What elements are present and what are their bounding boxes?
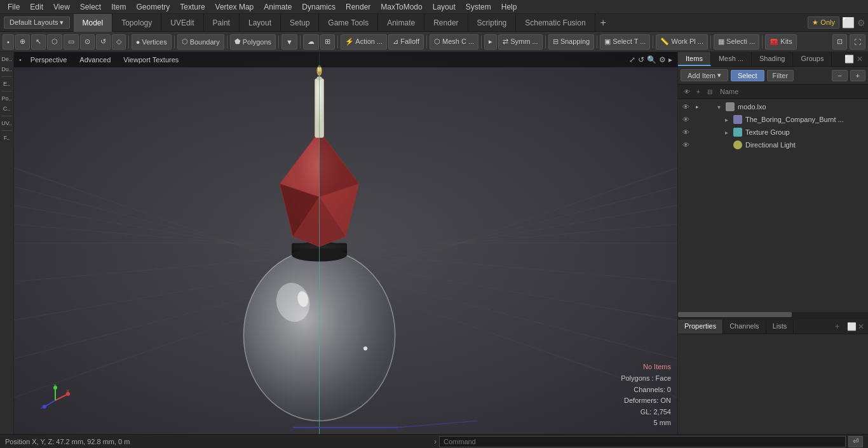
items-select-button[interactable]: Select [731, 70, 764, 81]
tree-item-mesh[interactable]: 👁 ▸ The_Boring_Company_Burnt ... [678, 113, 868, 126]
tool-boundary[interactable]: ⬡ Boundary [177, 34, 224, 50]
left-btn-e[interactable]: E.. [1, 79, 13, 88]
tool-arrow[interactable]: ↖ [31, 34, 46, 50]
left-btn-du[interactable]: Du.. [1, 65, 13, 74]
menu-edit[interactable]: Edit [25, 1, 48, 13]
tool-diamond[interactable]: ◇ [112, 34, 126, 50]
tool-selecti[interactable]: ▦ Selecti ... [714, 34, 759, 50]
tool-work-pl[interactable]: 📏 Work Pl ... [656, 34, 708, 50]
viewport-textures[interactable]: Viewport Textures [119, 55, 182, 65]
layout-tab-layout[interactable]: Layout [240, 14, 281, 32]
viewport-area[interactable]: • Perspective Advanced Viewport Textures… [14, 52, 677, 434]
items-minus-button[interactable]: − [832, 70, 847, 81]
tool-circle-cross[interactable]: ⊕ [15, 34, 30, 50]
panel-expand-icon[interactable]: ⬜ [844, 55, 854, 64]
menu-animate[interactable]: Animate [259, 1, 297, 13]
tool-mesh-c[interactable]: ⬡ Mesh C ... [430, 34, 478, 50]
items-plus-button[interactable]: + [850, 70, 865, 81]
items-scrollbar-thumb[interactable] [678, 312, 792, 317]
left-btn-po[interactable]: Po.. [1, 94, 13, 103]
tool-fullscreen[interactable]: ⛶ [850, 34, 865, 50]
vp-reset-icon[interactable]: ↺ [638, 55, 644, 64]
left-btn-c[interactable]: C.. [1, 104, 13, 113]
props-close-icon[interactable]: ✕ [858, 322, 864, 331]
layout-tab-setup[interactable]: Setup [281, 14, 319, 32]
props-tab-channels[interactable]: Channels [723, 320, 766, 334]
panel-tab-shading[interactable]: Shading [752, 52, 793, 66]
vp-expand-icon[interactable]: ▸ [668, 55, 672, 64]
menu-select[interactable]: Select [75, 1, 106, 13]
layout-tab-animate[interactable]: Animate [378, 14, 424, 32]
layout-tab-schematic[interactable]: Schematic Fusion [516, 14, 595, 32]
tool-rect[interactable]: ▭ [64, 34, 79, 50]
menu-help[interactable]: Help [496, 1, 522, 13]
menu-texture[interactable]: Texture [175, 1, 210, 13]
menu-maxtomodo[interactable]: MaxToModo [376, 1, 427, 13]
panel-tab-groups[interactable]: Groups [793, 52, 832, 66]
tree-arrow-light[interactable]: ▸ [725, 142, 733, 149]
vp-settings-icon[interactable]: ⚙ [659, 55, 666, 64]
menu-vertex-map[interactable]: Vertex Map [210, 1, 259, 13]
layout-tab-model[interactable]: Model [74, 14, 113, 32]
tree-arrow-mesh[interactable]: ▸ [725, 116, 733, 123]
menu-render[interactable]: Render [341, 1, 376, 13]
tool-play[interactable]: ▸ [484, 34, 497, 50]
tool-circle[interactable]: ⊙ [80, 34, 95, 50]
header-filter-icon[interactable]: ⊟ [705, 86, 715, 97]
maximize-btn[interactable]: ⬜ [842, 17, 855, 29]
tool-dot[interactable]: • [3, 34, 14, 50]
tree-item-light[interactable]: 👁 ▸ Directional Light [678, 139, 868, 151]
viewport-dot[interactable]: • [19, 56, 22, 64]
layout-tab-topology[interactable]: Topology [112, 14, 161, 32]
props-tab-lists[interactable]: Lists [766, 320, 794, 334]
tool-grid[interactable]: ⊞ [320, 34, 335, 50]
add-item-button[interactable]: Add Item ▾ [681, 69, 728, 81]
tool-action[interactable]: ⚡ Action ... [341, 34, 387, 50]
eye-icon-root[interactable]: 👁 [681, 102, 691, 112]
layout-tab-uvedit[interactable]: UVEdit [161, 14, 203, 32]
eye-icon-mesh[interactable]: 👁 [681, 114, 691, 125]
items-tree[interactable]: 👁 ▸ ▾ modo.lxo 👁 ▸ The_Boring_Company_Bu… [678, 99, 868, 312]
tool-cloud[interactable]: ☁ [303, 34, 319, 50]
viewport-advanced[interactable]: Advanced [76, 55, 114, 65]
tool-dropdown[interactable]: ▼ [281, 34, 297, 50]
star-only-label[interactable]: ★ Only [808, 17, 839, 29]
tool-hex[interactable]: ⬡ [47, 34, 62, 50]
panel-tab-mesh[interactable]: Mesh ... [711, 52, 752, 66]
left-btn-f[interactable]: F.. [1, 133, 13, 142]
layout-tab-gametools[interactable]: Game Tools [319, 14, 378, 32]
eye-icon-light[interactable]: 👁 [681, 140, 691, 150]
tree-arrow-texgroup[interactable]: ▸ [725, 129, 733, 136]
tool-vertices[interactable]: ● Vertices [132, 34, 172, 50]
props-expand-icon[interactable]: ⬜ [847, 322, 857, 331]
items-filter-button[interactable]: Filter [767, 70, 794, 81]
command-input[interactable] [439, 436, 846, 447]
tool-select-t[interactable]: ▣ Select T ... [600, 34, 650, 50]
menu-system[interactable]: System [461, 1, 496, 13]
layout-tab-scripting[interactable]: Scripting [468, 14, 517, 32]
tool-kits[interactable]: 🧰 Kits [765, 34, 796, 50]
tree-item-texgroup[interactable]: 👁 ▸ Texture Group [678, 126, 868, 139]
panel-tab-items[interactable]: Items [678, 52, 711, 66]
layout-tab-render[interactable]: Render [424, 14, 468, 32]
settings-btn[interactable]: ⚙ [857, 18, 865, 28]
menu-file[interactable]: File [3, 1, 25, 13]
menu-view[interactable]: View [48, 1, 75, 13]
scene-view[interactable] [14, 52, 677, 434]
tool-restore[interactable]: ⊡ [832, 34, 847, 50]
tool-falloff[interactable]: ⊿ Falloff [388, 34, 424, 50]
menu-layout[interactable]: Layout [428, 1, 461, 13]
tool-snapping[interactable]: ⊟ Snapping [548, 34, 595, 50]
panel-close-icon[interactable]: ✕ [857, 55, 863, 64]
tree-item-root[interactable]: 👁 ▸ ▾ modo.lxo [678, 100, 868, 113]
tool-polygons[interactable]: ⬟ Polygons [230, 34, 276, 50]
menu-item[interactable]: Item [106, 1, 131, 13]
menu-dynamics[interactable]: Dynamics [297, 1, 341, 13]
left-btn-uv[interactable]: UV.. [1, 119, 13, 128]
layout-tab-paint[interactable]: Paint [204, 14, 240, 32]
layout-tab-add[interactable]: + [595, 15, 611, 31]
vp-maximize-icon[interactable]: ⤢ [629, 55, 635, 64]
vp-zoom-icon[interactable]: 🔍 [647, 55, 656, 64]
command-go-button[interactable]: ⏎ [848, 436, 863, 447]
menu-geometry[interactable]: Geometry [132, 1, 175, 13]
